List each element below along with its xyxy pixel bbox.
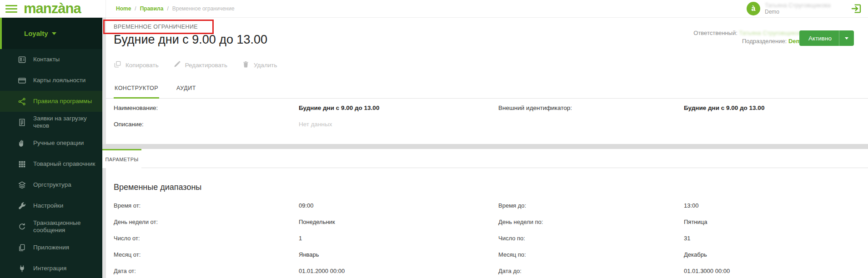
grid-icon (17, 159, 26, 169)
param-label: День недели от: (114, 218, 299, 225)
param-label: Месяц по: (498, 251, 684, 258)
annotation-highlight-box (103, 20, 214, 34)
sidebar-item-label: Товарный справочник (33, 160, 102, 168)
param-value: 01.01.2000 00:00 (299, 268, 498, 274)
details-grid: Наименование: Будние дни с 9.00 до 13.00… (106, 99, 868, 132)
trash-icon (242, 60, 250, 70)
param-value: 1 (299, 235, 498, 242)
breadcrumb-separator: / (135, 5, 136, 12)
sidebar-item-org-structure[interactable]: Оргструктура (0, 174, 102, 195)
tab-parameters[interactable]: ПАРАМЕТРЫ (102, 149, 141, 168)
sidebar-item-integration[interactable]: Интеграция (0, 258, 102, 278)
param-label: Дата до: (498, 268, 684, 274)
sync-icon (17, 222, 26, 231)
sidebar-item-program-rules[interactable]: Правила программы (0, 91, 102, 112)
sidebar-item-manual-operations[interactable]: Ручные операции (0, 133, 102, 154)
sidebar-item-label: Правила программы (33, 98, 102, 105)
param-label: Время до: (498, 202, 684, 209)
sidebar-item-applications[interactable]: Приложения (0, 237, 102, 258)
copy-button[interactable]: Копировать (114, 60, 159, 70)
status-label: Активно (799, 35, 839, 42)
breadcrumb-current: Временное ограничение (172, 5, 235, 12)
toolbar: Копировать Редактировать Удалить (114, 60, 277, 70)
main-content: ВРЕМЕННОЕ ОГРАНИЧЕНИЕ Будние дни с 9.00 … (106, 18, 868, 278)
breadcrumb-home-link[interactable]: Home (116, 5, 131, 12)
sidebar-item-label: Карты лояльности (33, 77, 102, 84)
sidebar-item-label: Контакты (33, 56, 102, 63)
section-title: Временные диапазоны (114, 183, 201, 192)
param-value: Пятница (684, 218, 868, 225)
app-logo[interactable]: manzàna (24, 0, 81, 17)
tab-audit[interactable]: АУДИТ (176, 82, 197, 99)
param-value: Понедельник (299, 218, 498, 225)
header-meta: Ответственный: Татьяна Струговщикова Под… (693, 29, 805, 45)
breadcrumb-separator: / (167, 5, 168, 12)
chevron-down-icon (845, 37, 848, 40)
tab-constructor[interactable]: КОНСТРУКТОР (114, 82, 159, 99)
description-label: Описание: (114, 121, 299, 128)
parameters-grid: Время от: 09:00 Время до: 13:00 День нед… (106, 197, 868, 278)
copy-icon (114, 60, 121, 70)
param-value: 13:00 (684, 202, 868, 209)
sidebar-section-label: Loyalty (24, 30, 48, 37)
edit-button[interactable]: Редактировать (173, 60, 227, 70)
topbar-brand-area: manzàna (0, 0, 106, 17)
copy-button-label: Копировать (125, 62, 159, 69)
sidebar-item-label: Интеграция (33, 265, 102, 272)
loyalty-card-icon (17, 76, 26, 85)
sidebar-section-loyalty[interactable]: Loyalty (0, 18, 102, 49)
logout-icon[interactable] (851, 3, 862, 14)
chevron-down-icon (52, 32, 56, 35)
name-value: Будние дни с 9.00 до 13.00 (299, 104, 498, 111)
description-value: Нет данных (299, 121, 498, 128)
delete-button-label: Удалить (254, 62, 277, 69)
main-tabs: КОНСТРУКТОР АУДИТ (106, 82, 868, 99)
param-value: 01.01.3000 00:00 (684, 268, 868, 274)
division-line: Подразделение: Demo (693, 37, 805, 45)
responsible-label: Ответственный: (693, 30, 737, 36)
param-label: Число по: (498, 235, 684, 242)
responsible-value: Татьяна Струговщикова (739, 30, 805, 36)
plug-icon (17, 264, 26, 273)
top-bar: manzàna Home / Правила / Временное огран… (0, 0, 868, 18)
sidebar-item-label: Транзакционные сообщения (33, 219, 102, 234)
param-value: Декабрь (684, 251, 868, 258)
topbar-user-area: à Татьяна Струговщикова Demo (747, 2, 868, 15)
sidebar-item-product-catalog[interactable]: Товарный справочник (0, 154, 102, 174)
external-id-value: Будние дни с 9.00 до 13.00 (684, 104, 868, 111)
page-title: Будние дни с 9.00 до 13.00 (114, 33, 267, 47)
program-rules-icon (17, 97, 26, 106)
breadcrumb-rules-link[interactable]: Правила (140, 5, 164, 12)
sidebar-item-label: Заявки на загрузку чеков (33, 115, 102, 129)
param-label: Дата от: (114, 268, 299, 274)
sidebar-nav: Контакты Карты лояльности Правила програ… (0, 49, 102, 278)
sidebar-item-receipt-requests[interactable]: Заявки на загрузку чеков (0, 112, 102, 133)
hamburger-menu-icon[interactable] (5, 3, 17, 15)
sidebar-item-contacts[interactable]: Контакты (0, 49, 102, 70)
param-label: Время от: (114, 202, 299, 209)
sidebar-item-transaction-messages[interactable]: Транзакционные сообщения (0, 216, 102, 237)
user-avatar[interactable]: à (747, 2, 760, 15)
app-window: manzàna Home / Правила / Временное огран… (0, 0, 868, 278)
edit-button-label: Редактировать (185, 62, 227, 69)
name-label: Наименование: (114, 104, 299, 111)
status-button[interactable]: Активно (799, 30, 854, 46)
external-id-label: Внешний идентификатор: (498, 104, 684, 111)
param-label: День недели по: (498, 218, 684, 225)
sidebar: Loyalty Контакты Карты лояльности (0, 18, 102, 278)
pages-icon (17, 243, 26, 252)
division-label: Подразделение: (742, 38, 787, 45)
sidebar-item-settings[interactable]: Настройки (0, 195, 102, 216)
receipt-icon (17, 118, 26, 127)
param-value: 31 (684, 235, 868, 242)
user-division: Demo (765, 9, 840, 15)
sidebar-item-loyalty-cards[interactable]: Карты лояльности (0, 70, 102, 91)
delete-button[interactable]: Удалить (242, 60, 277, 70)
param-label: Число от: (114, 235, 299, 242)
hand-icon (17, 139, 26, 148)
user-info: Татьяна Струговщикова Demo (765, 2, 840, 15)
wrench-icon (17, 201, 26, 210)
pencil-icon (173, 60, 181, 70)
breadcrumb: Home / Правила / Временное ограничение (116, 5, 235, 12)
param-value: 09:00 (299, 202, 498, 209)
